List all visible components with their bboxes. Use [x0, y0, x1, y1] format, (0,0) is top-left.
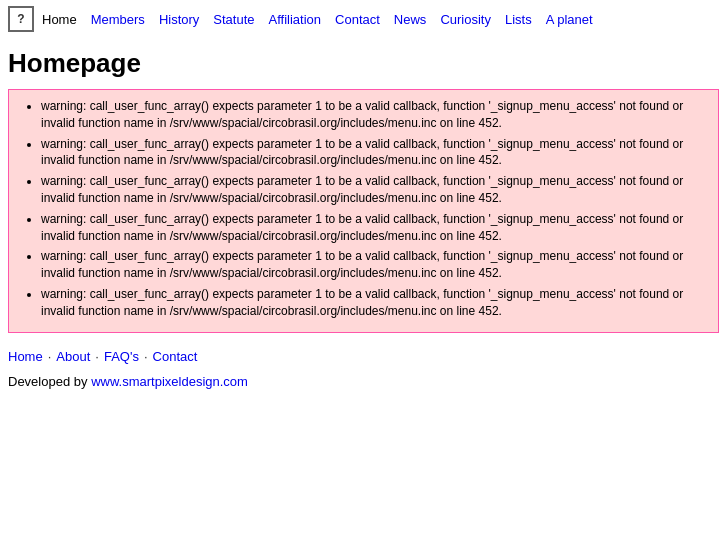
nav-home[interactable]: Home — [42, 12, 83, 27]
developed-by-text: Developed by — [8, 374, 91, 389]
warning-item: warning: call_user_func_array() expects … — [41, 98, 706, 132]
footer-nav: Home · About · FAQ's · Contact — [0, 343, 727, 370]
nav-lists[interactable]: Lists — [499, 12, 538, 27]
developer-link[interactable]: www.smartpixeldesign.com — [91, 374, 248, 389]
developed-by: Developed by www.smartpixeldesign.com — [0, 370, 727, 399]
footer-sep-2: · — [95, 349, 99, 364]
nav-history[interactable]: History — [153, 12, 205, 27]
footer-home-link[interactable]: Home — [8, 349, 43, 364]
footer-sep-1: · — [48, 349, 52, 364]
nav-statute[interactable]: Statute — [207, 12, 260, 27]
nav-aplanet[interactable]: A planet — [540, 12, 599, 27]
warning-item: warning: call_user_func_array() expects … — [41, 286, 706, 320]
footer-contact-link[interactable]: Contact — [153, 349, 198, 364]
nav-curiosity[interactable]: Curiosity — [434, 12, 497, 27]
nav-contact[interactable]: Contact — [329, 12, 386, 27]
header: ? Home Members History Statute Affiliati… — [0, 0, 727, 36]
logo-icon: ? — [8, 6, 34, 32]
warning-item: warning: call_user_func_array() expects … — [41, 136, 706, 170]
warning-box: warning: call_user_func_array() expects … — [8, 89, 719, 333]
nav-news[interactable]: News — [388, 12, 433, 27]
warning-item: warning: call_user_func_array() expects … — [41, 173, 706, 207]
footer-sep-3: · — [144, 349, 148, 364]
page-title: Homepage — [0, 36, 727, 89]
footer-about-link[interactable]: About — [56, 349, 90, 364]
warning-list: warning: call_user_func_array() expects … — [21, 98, 706, 320]
nav-affiliation[interactable]: Affiliation — [263, 12, 328, 27]
main-nav: Home Members History Statute Affiliation… — [42, 12, 599, 27]
warning-item: warning: call_user_func_array() expects … — [41, 211, 706, 245]
nav-members[interactable]: Members — [85, 12, 151, 27]
footer-faqs-link[interactable]: FAQ's — [104, 349, 139, 364]
warning-item: warning: call_user_func_array() expects … — [41, 248, 706, 282]
